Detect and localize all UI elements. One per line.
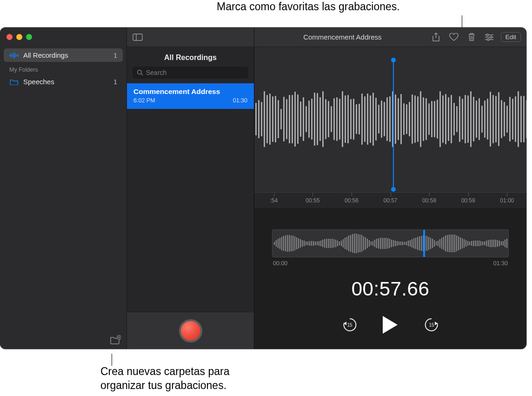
sidebar: All Recordings 1 My Folders Speeches 1 xyxy=(0,27,126,349)
ruler-tick: 01:00 xyxy=(487,197,526,204)
sidebar-item-all-recordings[interactable]: All Recordings 1 xyxy=(4,48,123,62)
voice-memos-window: All Recordings 1 My Folders Speeches 1 xyxy=(0,27,526,349)
share-button[interactable] xyxy=(430,31,442,43)
sidebar-footer xyxy=(0,330,126,349)
ruler-tick: 00:57 xyxy=(371,197,410,204)
sidebar-item-label: All Recordings xyxy=(23,51,68,59)
skip-back-amount: 15 xyxy=(347,322,352,328)
waveform-icon xyxy=(9,52,19,59)
callout-favorite-text: Marca como favoritas las grabaciones. xyxy=(217,0,400,13)
sidebar-item-count: 1 xyxy=(113,52,117,59)
recording-time: 6:02 PM xyxy=(133,97,155,104)
sidebar-item-speeches[interactable]: Speeches 1 xyxy=(4,75,123,88)
search-icon xyxy=(137,69,143,76)
play-button[interactable] xyxy=(381,315,400,335)
recording-duration: 01:30 xyxy=(233,97,247,104)
svg-point-18 xyxy=(490,36,492,38)
callout-newfolder-text-1: Crea nuevas carpetas para xyxy=(100,365,296,379)
ruler-tick: :54 xyxy=(254,197,293,204)
overview-section: 00:00 01:30 xyxy=(254,208,526,267)
svg-line-13 xyxy=(141,74,143,75)
svg-point-12 xyxy=(138,70,142,74)
skip-back-button[interactable]: 15 xyxy=(342,317,358,333)
transport-controls: 15 15 xyxy=(254,315,526,335)
waveform-detail[interactable]: :5400:5500:5600:5700:5800:5901:00 xyxy=(254,47,526,208)
ruler-tick: 00:58 xyxy=(410,197,449,204)
sidebar-item-count: 1 xyxy=(113,78,117,86)
minimize-button[interactable] xyxy=(16,34,22,40)
recordings-list-title: All Recordings xyxy=(127,47,254,67)
ruler-tick: 00:55 xyxy=(293,197,332,204)
recording-row[interactable]: Commencement Address 6:02 PM 01:30 xyxy=(127,83,254,109)
time-ruler: :5400:5500:5600:5700:5800:5901:00 xyxy=(254,192,526,208)
recordings-list-column: All Recordings Commencement Address 6:02… xyxy=(126,27,254,349)
detail-toolbar: Commencement Address Edit xyxy=(254,27,526,47)
mid-header xyxy=(127,27,254,47)
zoom-button[interactable] xyxy=(26,34,32,40)
svg-rect-10 xyxy=(133,34,142,40)
ruler-tick: 00:56 xyxy=(332,197,371,204)
svg-marker-21 xyxy=(383,316,398,334)
detail-pane: Commencement Address Edit :5400:5500:560… xyxy=(254,27,526,349)
playhead[interactable] xyxy=(393,60,394,189)
detail-title: Commencement Address xyxy=(260,33,425,41)
recording-title: Commencement Address xyxy=(133,87,247,96)
favorite-button[interactable] xyxy=(447,32,461,43)
sidebar-item-label: Speeches xyxy=(23,78,54,86)
skip-forward-amount: 15 xyxy=(429,322,434,328)
new-folder-button[interactable] xyxy=(110,335,121,344)
callout-favorite: Marca como favoritas las grabaciones. xyxy=(217,0,400,14)
search-input[interactable] xyxy=(146,69,244,76)
svg-point-17 xyxy=(486,34,488,36)
delete-button[interactable] xyxy=(466,31,478,43)
skip-forward-button[interactable]: 15 xyxy=(424,317,439,333)
close-button[interactable] xyxy=(7,34,13,40)
window-controls xyxy=(0,27,126,47)
overview-end-label: 01:30 xyxy=(493,260,508,267)
search-field[interactable] xyxy=(133,67,248,79)
overview-waveform[interactable] xyxy=(272,229,509,257)
sidebar-list: All Recordings 1 My Folders Speeches 1 xyxy=(0,47,126,330)
toggle-sidebar-button[interactable] xyxy=(131,33,145,42)
record-footer xyxy=(127,312,254,349)
overview-playhead[interactable] xyxy=(423,229,425,257)
ruler-tick: 00:59 xyxy=(449,197,488,204)
svg-point-19 xyxy=(487,39,489,40)
overview-start-label: 00:00 xyxy=(273,260,287,267)
edit-button[interactable]: Edit xyxy=(501,32,521,42)
folder-icon xyxy=(9,79,19,85)
callout-newfolder-line xyxy=(112,354,112,366)
record-button[interactable] xyxy=(179,319,202,342)
settings-button[interactable] xyxy=(482,32,496,42)
timecode-display: 00:57.66 xyxy=(254,278,526,300)
sidebar-section-heading: My Folders xyxy=(4,62,123,75)
overview-bars xyxy=(273,230,508,257)
waveform-bars xyxy=(254,91,526,147)
callout-newfolder-text-2: organizar tus grabaciones. xyxy=(100,379,296,393)
callout-newfolder: Crea nuevas carpetas para organizar tus … xyxy=(100,365,296,393)
